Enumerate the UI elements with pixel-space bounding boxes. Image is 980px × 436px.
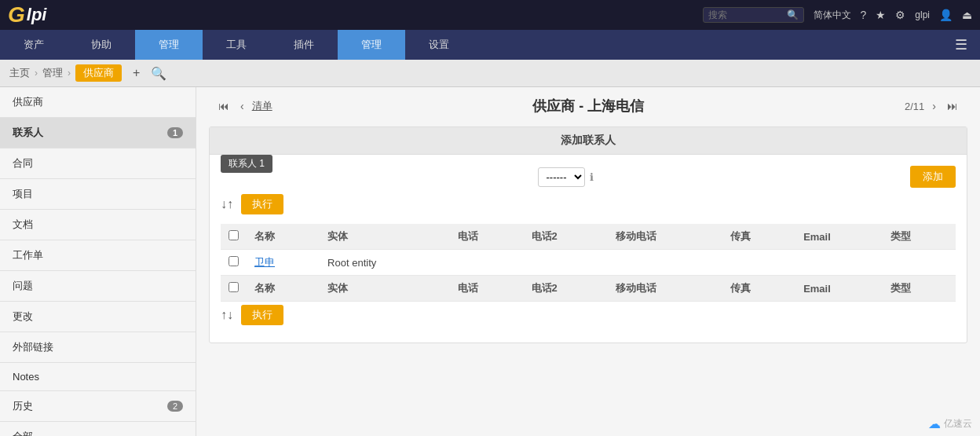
page-count: 2/11 [905, 101, 924, 112]
star-icon[interactable]: ★ [876, 9, 886, 21]
contact-select-area: ------ ℹ [538, 167, 594, 187]
top-bar: G lpi 🔍 简体中文 ? ★ ⚙ glpi 👤 ⏏ [0, 0, 980, 30]
tfoot-email: Email [795, 276, 883, 302]
sidebar-item-external-links[interactable]: 外部链接 [0, 332, 196, 363]
row-type-cell [883, 250, 956, 276]
breadcrumb-sep-2: › [68, 68, 71, 79]
user-label: glpi [915, 9, 930, 20]
contacts-section: 添加联系人 联系人 1 ------ ℹ [209, 126, 967, 343]
breadcrumb-supplier[interactable]: 供应商 [75, 64, 122, 82]
row-checkbox-cell[interactable] [221, 250, 247, 276]
sidebar-item-change[interactable]: 更改 [0, 302, 196, 332]
th-mobile: 移动电话 [608, 224, 722, 250]
tfoot-name: 名称 [247, 276, 320, 302]
bottom-toolbar-row: ↑↓ 执行 [221, 302, 956, 328]
page-title: 供应商 - 上海电信 [532, 97, 644, 115]
sidebar-item-doc[interactable]: 文档 [0, 210, 196, 240]
add-contact-button[interactable]: 添加 [910, 166, 956, 188]
nav-plugins[interactable]: 插件 [270, 30, 338, 60]
nav-assets[interactable]: 资产 [0, 30, 68, 60]
sort-up-icon[interactable]: ↑↓ [221, 308, 233, 322]
user-icon[interactable]: 👤 [939, 9, 953, 21]
sidebar-item-workorder[interactable]: 工作单 [0, 240, 196, 271]
table-body: 卫申 Root entity [221, 250, 956, 276]
th-name: 名称 [247, 224, 320, 250]
nav-prev-btn[interactable]: ‹ [237, 98, 247, 114]
sort-down-icon[interactable]: ↓↑ [221, 197, 233, 211]
nav-last-btn[interactable]: ⏭ [944, 98, 961, 114]
search-box[interactable]: 🔍 [703, 7, 804, 23]
page-header: ⏮ ‹ 清单 供应商 - 上海电信 2/11 › ⏭ [209, 97, 967, 115]
top-right-area: 🔍 简体中文 ? ★ ⚙ glpi 👤 ⏏ [703, 7, 972, 23]
sidebar-project-label: 项目 [13, 187, 33, 201]
sidebar-item-supplier[interactable]: 供应商 [0, 87, 196, 118]
breadcrumb-home[interactable]: 主页 [9, 66, 30, 80]
sidebar-history-label: 历史 [13, 399, 33, 413]
execute-top-button[interactable]: 执行 [241, 194, 283, 214]
nav-tools[interactable]: 工具 [203, 30, 270, 60]
row-phone2-cell [524, 250, 609, 276]
logout-icon[interactable]: ⏏ [962, 9, 972, 21]
th-type: 类型 [883, 224, 956, 250]
sidebar-item-project[interactable]: 项目 [0, 179, 196, 210]
contact-select[interactable]: ------ [538, 167, 585, 187]
help-icon[interactable]: ? [861, 9, 867, 21]
row-name-cell[interactable]: 卫申 [247, 250, 320, 276]
logo-text: lpi [27, 5, 47, 25]
sidebar-item-notes[interactable]: Notes [0, 363, 196, 391]
sidebar-item-history[interactable]: 历史 2 [0, 391, 196, 422]
contacts-table: 名称 实体 电话 电话2 移动电话 传真 Email 类型 [221, 224, 956, 302]
sidebar-external-links-label: 外部链接 [13, 340, 53, 354]
contact-popup-tooltip: 联系人 1 [221, 155, 272, 173]
sidebar-all-label: 全部 [13, 430, 33, 436]
th-phone2: 电话2 [524, 224, 609, 250]
content-area: 供应商 联系人 1 合同 项目 文档 工作单 问题 更改 外部链接 Notes [0, 87, 980, 436]
row-checkbox[interactable] [229, 256, 239, 266]
nav-settings[interactable]: 设置 [405, 30, 473, 60]
top-toolbar-row: ↓↑ 执行 [221, 191, 956, 218]
select-all-checkbox[interactable] [229, 230, 239, 240]
main-nav: 资产 协助 管理 工具 插件 管理 设置 ☰ [0, 30, 980, 60]
nav-spacer [473, 30, 942, 60]
contacts-section-body: 联系人 1 ------ ℹ 添加 ↓↑ 执行 [210, 155, 967, 343]
search-input[interactable] [708, 9, 787, 20]
row-fax-cell [722, 250, 795, 276]
tfoot-phone2: 电话2 [524, 276, 609, 302]
breadcrumb-manage[interactable]: 管理 [42, 66, 63, 80]
nav-assist[interactable]: 协助 [68, 30, 135, 60]
nav-admin[interactable]: 管理 [338, 30, 405, 60]
hamburger-menu[interactable]: ☰ [942, 30, 980, 60]
lang-selector[interactable]: 简体中文 [814, 9, 851, 22]
search-icon[interactable]: 🔍 [787, 9, 799, 20]
settings-icon[interactable]: ⚙ [895, 9, 905, 21]
sidebar-item-contact[interactable]: 联系人 1 [0, 118, 196, 148]
table-header-top: 名称 实体 电话 电话2 移动电话 传真 Email 类型 [221, 224, 956, 250]
sidebar-item-problem[interactable]: 问题 [0, 271, 196, 302]
th-email: Email [795, 224, 883, 250]
sidebar: 供应商 联系人 1 合同 项目 文档 工作单 问题 更改 外部链接 Notes [0, 87, 196, 436]
sidebar-contract-label: 合同 [13, 156, 33, 170]
tfoot-type: 类型 [883, 276, 956, 302]
foot-select-all[interactable] [229, 282, 239, 292]
nav-manage[interactable]: 管理 [135, 30, 203, 60]
sidebar-item-all[interactable]: 全部 [0, 422, 196, 436]
sidebar-history-badge: 2 [167, 401, 183, 412]
sidebar-workorder-label: 工作单 [13, 248, 43, 262]
th-fax: 传真 [722, 224, 795, 250]
nav-next-btn[interactable]: › [929, 98, 939, 114]
sidebar-change-label: 更改 [13, 310, 33, 324]
nav-first-btn[interactable]: ⏮ [215, 98, 232, 114]
table-footer: 名称 实体 电话 电话2 移动电话 传真 Email 类型 [221, 276, 956, 302]
breadcrumb-search-btn[interactable]: 🔍 [151, 66, 166, 81]
row-phone-cell [450, 250, 523, 276]
tfoot-mobile: 移动电话 [608, 276, 722, 302]
watermark: ☁ 亿速云 [928, 416, 972, 431]
sidebar-problem-label: 问题 [13, 279, 33, 293]
contacts-section-header: 添加联系人 [210, 127, 967, 155]
breadcrumb-add-btn[interactable]: + [133, 66, 140, 80]
execute-bottom-button[interactable]: 执行 [241, 305, 283, 325]
list-link[interactable]: 清单 [252, 99, 272, 113]
sidebar-item-contract[interactable]: 合同 [0, 148, 196, 179]
main-content: ⏮ ‹ 清单 供应商 - 上海电信 2/11 › ⏭ 添加联系人 [196, 87, 980, 436]
info-icon[interactable]: ℹ [590, 171, 594, 183]
